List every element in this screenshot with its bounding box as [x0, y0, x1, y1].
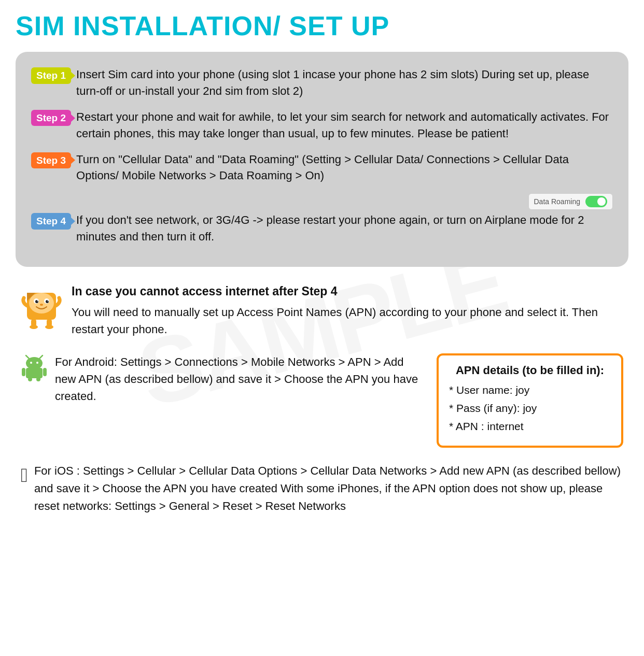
apn-details-box: APN details (to be filled in): * User na… — [437, 353, 623, 448]
cannot-access-text-block: In case you cannot access internet after… — [72, 282, 623, 338]
step-3-badge: Step 3 — [31, 152, 71, 169]
data-roaming-toggle-widget: Data Roaming — [528, 193, 613, 210]
step-2-row: Step 2 Restart your phone and wait for a… — [31, 109, 613, 142]
cannot-access-section: In case you cannot access internet after… — [16, 282, 628, 338]
android-instructions-text: For Android: Settings > Connections > Mo… — [55, 353, 421, 405]
svg-rect-23 — [36, 377, 40, 381]
svg-point-14 — [26, 357, 43, 369]
svg-point-2 — [29, 293, 54, 313]
android-apn-section: For Android: Settings > Connections > Mo… — [16, 353, 628, 448]
step-3-row: Step 3 Turn on "Cellular Data" and "Data… — [31, 151, 613, 184]
page-title: SIM INSTALLATION/ SET UP — [16, 10, 628, 41]
svg-point-7 — [37, 301, 38, 302]
svg-rect-22 — [28, 377, 32, 381]
step-2-badge: Step 2 — [31, 110, 71, 126]
apn-details-title: APN details (to be filled in): — [449, 364, 611, 377]
svg-rect-20 — [22, 368, 25, 376]
step-4-row: Step 4 If you don't see network, or 3G/4… — [31, 212, 613, 245]
apn-internet: * APN : internet — [449, 419, 611, 434]
svg-line-18 — [39, 355, 43, 359]
step-1-row: Step 1 Insert Sim card into your phone (… — [31, 66, 613, 99]
ios-instructions-text: For iOS : Settings > Cellular > Cellular… — [34, 462, 623, 515]
step-2-text: Restart your phone and wait for awhile, … — [76, 109, 613, 142]
step-1-text: Insert Sim card into your phone (using s… — [76, 66, 613, 99]
apple-icon:  — [21, 460, 28, 491]
svg-line-17 — [26, 355, 29, 359]
svg-point-9 — [40, 304, 43, 306]
toggle-label: Data Roaming — [534, 197, 581, 206]
instruction-card: Step 1 Insert Sim card into your phone (… — [16, 52, 628, 267]
svg-point-8 — [48, 301, 49, 302]
cannot-access-title: In case you cannot access internet after… — [72, 282, 623, 301]
step-4-text: If you don't see network, or 3G/4G -> pl… — [76, 212, 613, 245]
svg-point-15 — [30, 362, 32, 364]
step-3-text: Turn on "Cellular Data" and "Data Roamin… — [76, 151, 613, 184]
cannot-access-body: You will need to manually set up Access … — [72, 306, 598, 336]
apn-username: * User name: joy — [449, 382, 611, 397]
android-text-block: For Android: Settings > Connections > Mo… — [21, 353, 421, 405]
svg-rect-21 — [43, 368, 47, 376]
apn-password: * Pass (if any): joy — [449, 401, 611, 416]
step-4-badge: Step 4 — [31, 213, 71, 230]
sim-mascot-icon — [21, 282, 62, 329]
android-icon — [21, 354, 48, 381]
toggle-switch[interactable] — [585, 196, 607, 207]
svg-point-16 — [36, 362, 38, 364]
svg-point-12 — [30, 325, 38, 329]
svg-point-13 — [45, 325, 53, 329]
svg-rect-19 — [26, 368, 43, 378]
toggle-row: Data Roaming — [31, 193, 613, 210]
ios-section:  For iOS : Settings > Cellular > Cellul… — [16, 462, 628, 515]
step-1-badge: Step 1 — [31, 67, 71, 84]
